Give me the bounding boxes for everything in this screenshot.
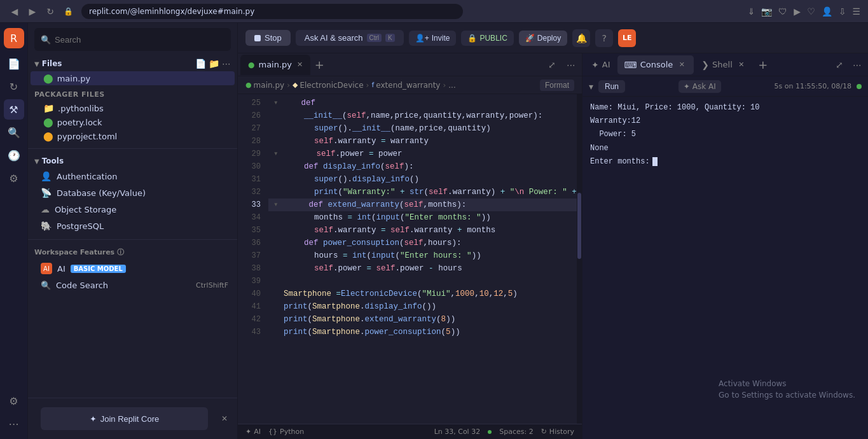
file-item-pythonlibs[interactable]: 📁 .pythonlibs <box>31 101 235 115</box>
right-tab-add-button[interactable]: + <box>755 57 771 73</box>
stop-button[interactable]: Stop <box>245 30 291 46</box>
play-icon[interactable]: ▶ <box>794 6 801 17</box>
ask-ai-console-button[interactable]: ✦ Ask AI <box>679 80 721 93</box>
new-file-icon[interactable]: 📄 <box>195 59 206 69</box>
left-panel-bottom: ✦ Join Replit Core ✕ <box>28 398 237 439</box>
replit-logo[interactable]: R <box>4 28 24 48</box>
right-tab-shell[interactable]: ❯ Shell ✕ <box>695 55 753 74</box>
code-search-shortcut: CtrlShiftF <box>196 281 228 289</box>
file-name-main: main.py <box>57 74 91 83</box>
stop-label: Stop <box>265 33 282 43</box>
tool-item-db[interactable]: 📡 Database (Key/Value) <box>31 185 235 201</box>
code-search-item[interactable]: 🔍 Code Search CtrlShiftF <box>31 277 235 293</box>
camera-icon[interactable]: 📷 <box>761 6 772 17</box>
left-panel: 🔍 ▼ Files 📄 📁 ⋯ ⬤ main.py Packager files… <box>28 23 238 439</box>
ln-27: 27 <box>238 122 263 135</box>
editor-scrollbar[interactable] <box>577 94 582 424</box>
ai-item[interactable]: AI AI BASIC MODEL <box>31 260 235 277</box>
deploy-button[interactable]: 🚀 Deploy <box>519 31 567 46</box>
sidebar-icon-files[interactable]: 📄 <box>4 53 24 74</box>
editor-expand-button[interactable]: ⤢ <box>544 57 560 73</box>
invite-button[interactable]: 👤+ Invite <box>409 31 457 46</box>
download-icon[interactable]: ⇓ <box>748 6 755 17</box>
ln-31: 31 <box>238 173 263 186</box>
shell-tab-close[interactable]: ✕ <box>736 59 747 71</box>
sidebar-icon-dots[interactable]: ⋯ <box>4 414 24 434</box>
download2-icon[interactable]: ⇩ <box>839 6 846 17</box>
right-panel-tabs: ✦ AI ⌨ Console ✕ ❯ Shell ✕ + <box>582 53 868 76</box>
crumb-func[interactable]: f extend_warranty <box>371 81 440 90</box>
code-search-left: 🔍 Code Search <box>41 281 108 290</box>
search-box[interactable]: 🔍 <box>34 28 231 51</box>
heart-icon[interactable]: ♡ <box>807 6 815 17</box>
status-spaces[interactable]: Spaces: 2 <box>499 428 533 436</box>
right-tab-ai[interactable]: ✦ AI <box>585 55 616 74</box>
file-item-poetry[interactable]: ⬤ poetry.lock <box>31 115 235 129</box>
profile-icon[interactable]: 👤 <box>822 6 832 17</box>
url-text: replit.com/@leminhlongx/devjuxe#main.py <box>89 7 254 16</box>
basic-model-badge: BASIC MODEL <box>71 265 126 273</box>
ask-ai-button[interactable]: Ask AI & search Ctrl K <box>296 30 404 46</box>
format-button[interactable]: Format <box>540 80 574 91</box>
sidebar-icon-settings[interactable]: ⚙ <box>4 168 24 188</box>
crumb-class[interactable]: ◆ ElectronicDevice <box>293 81 364 90</box>
right-tab-console[interactable]: ⌨ Console ✕ <box>617 55 694 74</box>
status-position: Ln 33, Col 32 <box>434 428 481 436</box>
status-ai[interactable]: ✦ AI <box>245 428 261 436</box>
public-button[interactable]: 🔒 PUBLIC <box>461 31 513 46</box>
console-tab-close[interactable]: ✕ <box>676 59 687 71</box>
right-panel-expand[interactable]: ⤢ <box>831 57 848 73</box>
avatar-button[interactable]: LE <box>618 29 636 47</box>
search-icon-cs: 🔍 <box>41 281 51 290</box>
file-item-pyproject[interactable]: ⬤ pyproject.toml <box>31 129 235 143</box>
code-lines[interactable]: ▾ def __init__(self,name,price,quantity,… <box>268 94 577 424</box>
shield-icon[interactable]: 🛡 <box>778 6 787 17</box>
spaces-text: Spaces: 2 <box>499 428 533 436</box>
folder-icon: 📁 <box>43 103 54 113</box>
tool-item-postgres[interactable]: 🐘 PostgreSQL <box>31 218 235 234</box>
url-bar[interactable]: replit.com/@leminhlongx/devjuxe#main.py <box>81 4 463 19</box>
status-lang[interactable]: {} Python <box>268 428 304 436</box>
status-history[interactable]: ↻ History <box>541 428 574 436</box>
refresh-button[interactable]: ↻ <box>43 4 57 18</box>
tab-add-button[interactable]: + <box>310 56 328 74</box>
crumb-dots[interactable]: ... <box>448 81 455 90</box>
console-output[interactable]: Name: Miui, Price: 1000, Quantity: 10 Wa… <box>582 97 868 401</box>
sidebar-icon-gear[interactable]: ⚙ <box>4 391 24 411</box>
notifications-button[interactable]: 🔔 <box>572 29 590 47</box>
tab-main-py[interactable]: ● main.py ✕ <box>240 55 310 75</box>
join-core-button[interactable]: ✦ Join Replit Core <box>41 407 208 430</box>
search-input[interactable] <box>55 35 224 45</box>
sidebar-icon-git[interactable]: ↻ <box>4 76 24 97</box>
files-more-icon[interactable]: ⋯ <box>222 59 231 69</box>
ai-tab-icon: ✦ <box>591 60 599 70</box>
file-item-main[interactable]: ⬤ main.py <box>31 71 235 85</box>
code-line-33: ▾ def extend_warranty(self,months): <box>268 199 577 211</box>
console-chevron[interactable]: ▾ <box>589 81 593 92</box>
tools-section-header[interactable]: ▼ Tools <box>28 154 237 168</box>
menu-icon[interactable]: ☰ <box>852 6 860 17</box>
console-toolbar: ▾ Run ✦ Ask AI 5s on 11:55:50, 08/18 <box>582 76 868 97</box>
help-button[interactable]: ? <box>595 29 613 47</box>
crumb-main[interactable]: ● main.py <box>245 81 284 90</box>
sidebar-icon-code[interactable]: ⚒ <box>4 99 24 120</box>
forward-button[interactable]: ▶ <box>25 4 39 18</box>
line-numbers: 25 26 27 28 29 30 31 32 33 34 35 36 37 3… <box>238 94 268 424</box>
right-panel-more[interactable]: ⋯ <box>849 57 865 73</box>
editor-more-button[interactable]: ⋯ <box>563 57 579 73</box>
tab-close-button[interactable]: ✕ <box>297 60 303 69</box>
run-label: Run <box>605 82 619 91</box>
new-folder-icon[interactable]: 📁 <box>209 59 219 69</box>
tool-item-storage[interactable]: ☁ Object Storage <box>31 201 235 218</box>
close-left-panel-button[interactable]: ✕ <box>218 412 231 426</box>
tool-label-postgres: PostgreSQL <box>57 221 104 231</box>
avatar-label: LE <box>623 34 632 42</box>
postgres-icon: 🐘 <box>41 221 52 231</box>
tool-item-auth[interactable]: 👤 Authentication <box>31 168 235 185</box>
shell-tab-label: Shell <box>712 60 733 69</box>
files-section-header[interactable]: ▼ Files 📄 📁 ⋯ <box>28 56 237 71</box>
back-button[interactable]: ◀ <box>8 4 22 18</box>
sidebar-icon-clock[interactable]: 🕐 <box>4 145 24 165</box>
run-button[interactable]: Run <box>598 80 625 93</box>
sidebar-icon-search[interactable]: 🔍 <box>4 122 24 143</box>
